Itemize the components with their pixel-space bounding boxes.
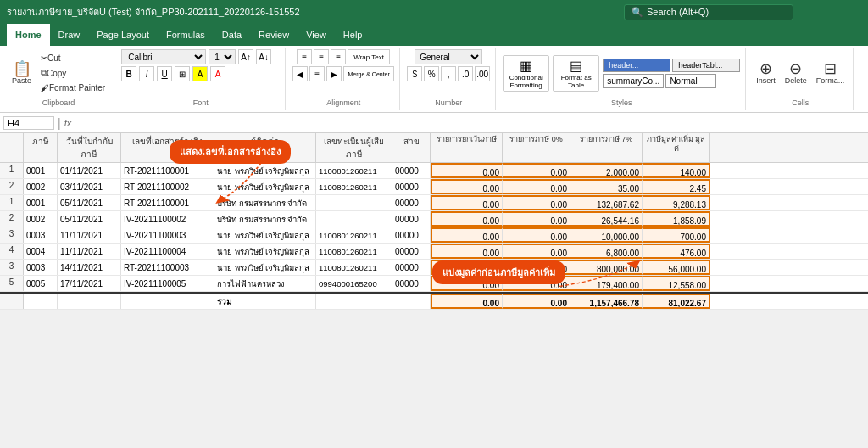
cell-i-2[interactable]: 0.00 — [503, 195, 570, 210]
cell-g-1[interactable]: 00000 — [392, 179, 431, 194]
summary-style-button[interactable]: summaryCo... — [603, 74, 664, 88]
col-c-header[interactable]: วันที่ใบกำกับภาษี — [58, 133, 121, 162]
header-table-style-button[interactable]: headerTabl... — [672, 59, 740, 72]
cell-e-3[interactable]: บริษัท กรมสรรพากร จำกัด — [214, 211, 316, 227]
cell-h-2[interactable]: 0.00 — [431, 195, 503, 210]
cell-f-2[interactable] — [316, 195, 392, 210]
cell-c-5[interactable]: 11/11/2021 — [58, 244, 121, 259]
cell-k-5[interactable]: 476.00 — [643, 244, 710, 259]
cell-c-7[interactable]: 17/11/2021 — [58, 276, 121, 291]
font-grow-button[interactable]: A↑ — [238, 49, 253, 64]
cell-k-4[interactable]: 700.00 — [643, 227, 710, 243]
cell-g-7[interactable]: 00000 — [392, 276, 431, 291]
cell-h-6[interactable]: 0.00 — [431, 260, 503, 275]
merge-center-button[interactable]: Merge & Center — [343, 66, 394, 81]
cell-c-3[interactable]: 05/11/2021 — [58, 211, 121, 227]
cell-g-3[interactable]: 00000 — [392, 211, 431, 227]
cell-e-0[interactable]: นาย พรภวิษย์ เจริญพิมลกุล — [214, 163, 316, 178]
align-top-left-button[interactable]: ≡ — [297, 49, 312, 64]
cell-j-5[interactable]: 6,800.00 — [570, 244, 643, 259]
col-b-header[interactable]: ภาษี — [24, 133, 58, 162]
cell-g-4[interactable]: 00000 — [392, 227, 431, 243]
col-k-header[interactable]: ภาษีมูลค่าเพิ่ม มูลค่ — [643, 133, 710, 162]
cell-g-2[interactable]: 00000 — [392, 195, 431, 210]
tab-home[interactable]: Home — [7, 24, 50, 46]
cell-g-6[interactable]: 00000 — [392, 260, 431, 275]
wrap-text-button[interactable]: Wrap Text — [348, 49, 390, 64]
increase-decimal-button[interactable]: .00 — [475, 66, 490, 81]
cell-e-1[interactable]: นาย พรภวิษย์ เจริญพิมลกุล — [214, 179, 316, 194]
cell-c-4[interactable]: 11/11/2021 — [58, 227, 121, 243]
delete-button[interactable]: ⊖ Delete — [782, 59, 810, 87]
border-button[interactable]: ⊞ — [175, 66, 190, 81]
tab-page-layout[interactable]: Page Layout — [88, 24, 158, 46]
number-format-selector[interactable]: General — [415, 49, 482, 64]
cell-b-3[interactable]: 0002 — [24, 211, 58, 227]
cell-j-7[interactable]: 179,400.00 — [570, 276, 643, 291]
cut-button[interactable]: ✂ Cut — [37, 52, 108, 64]
tab-draw[interactable]: Draw — [50, 24, 89, 46]
cell-i-3[interactable]: 0.00 — [503, 211, 570, 227]
font-shrink-button[interactable]: A↓ — [256, 49, 271, 64]
cell-j-6[interactable]: 800,000.00 — [570, 260, 643, 275]
cell-d-4[interactable]: IV-20211100003 — [121, 227, 214, 243]
cell-i-7[interactable]: 0.00 — [503, 276, 570, 291]
tab-data[interactable]: Data — [214, 24, 250, 46]
cell-i-1[interactable]: 0.00 — [503, 179, 570, 194]
col-h-header[interactable]: รายการยกเว้นภาษี — [431, 133, 503, 162]
cell-k-0[interactable]: 140.00 — [643, 163, 710, 178]
format-as-table-button[interactable]: ▤ Format asTable — [553, 55, 599, 92]
cell-f-3[interactable] — [316, 211, 392, 227]
cell-d-2[interactable]: RT-20211100001 — [121, 195, 214, 210]
comma-button[interactable]: , — [441, 66, 456, 81]
cell-b-5[interactable]: 0004 — [24, 244, 58, 259]
cell-f-5[interactable]: 1100801260211 — [316, 244, 392, 259]
col-j-header[interactable]: รายการภาษี 7% — [570, 133, 643, 162]
cell-d-3[interactable]: IV-20211100002 — [121, 211, 214, 227]
cell-e-2[interactable]: บริษัท กรมสรรพากร จำกัด — [214, 195, 316, 210]
cell-b-6[interactable]: 0003 — [24, 260, 58, 275]
insert-button[interactable]: ⊕ Insert — [753, 59, 779, 87]
font-name-selector[interactable]: Calibri — [121, 49, 206, 64]
cell-b-7[interactable]: 0005 — [24, 276, 58, 291]
name-box[interactable] — [3, 116, 54, 130]
cell-e-7[interactable]: การไฟฟ้านครหลวง — [214, 276, 316, 291]
col-f-header[interactable]: เลขทะเบียนผู้เสียภาษี — [316, 133, 392, 162]
cell-i-6[interactable]: 0.00 — [503, 260, 570, 275]
col-d-header[interactable]: เลขที่เอกสารอ้างอิง — [121, 133, 214, 162]
cell-d-1[interactable]: RT-20211100002 — [121, 179, 214, 194]
cell-d-6[interactable]: RT-20211100003 — [121, 260, 214, 275]
cell-f-0[interactable]: 1100801260211 — [316, 163, 392, 178]
cell-j-3[interactable]: 26,544.16 — [570, 211, 643, 227]
align-right-button[interactable]: ▶ — [326, 66, 342, 81]
fill-color-button[interactable]: A — [192, 66, 208, 81]
format-painter-button[interactable]: 🖌 Format Painter — [37, 81, 108, 94]
cell-i-0[interactable]: 0.00 — [503, 163, 570, 178]
cell-f-1[interactable]: 1100801260211 — [316, 179, 392, 194]
col-i-header[interactable]: รายการภาษี 0% — [503, 133, 570, 162]
font-color-button[interactable]: A — [210, 66, 225, 81]
cell-d-0[interactable]: RT-20211100001 — [121, 163, 214, 178]
cell-k-6[interactable]: 56,000.00 — [643, 260, 710, 275]
font-size-selector[interactable]: 11 — [209, 49, 236, 64]
align-top-center-button[interactable]: ≡ — [314, 49, 329, 64]
cell-e-4[interactable]: นาย พรภวิษย์ เจริญพิมลกุล — [214, 227, 316, 243]
tab-formulas[interactable]: Formulas — [158, 24, 214, 46]
underline-button[interactable]: U — [157, 66, 172, 81]
cell-h-5[interactable]: 0.00 — [431, 244, 503, 259]
cell-c-0[interactable]: 01/11/2021 — [58, 163, 121, 178]
paste-button[interactable]: 📋 Paste — [8, 59, 35, 87]
cell-c-1[interactable]: 03/11/2021 — [58, 179, 121, 194]
dollar-button[interactable]: $ — [407, 66, 422, 81]
cell-b-1[interactable]: 0002 — [24, 179, 58, 194]
cell-c-2[interactable]: 05/11/2021 — [58, 195, 121, 210]
normal-style-button[interactable]: Normal — [665, 74, 716, 88]
tab-view[interactable]: View — [298, 24, 335, 46]
cell-f-4[interactable]: 1100801260211 — [316, 227, 392, 243]
align-top-right-button[interactable]: ≡ — [331, 49, 346, 64]
align-left-button[interactable]: ◀ — [292, 66, 308, 81]
cell-f-7[interactable]: 0994000165200 — [316, 276, 392, 291]
cell-k-1[interactable]: 2.45 — [643, 179, 710, 194]
cell-d-5[interactable]: IV-20211100004 — [121, 244, 214, 259]
format-button[interactable]: ⊟ Forma... — [813, 59, 849, 87]
